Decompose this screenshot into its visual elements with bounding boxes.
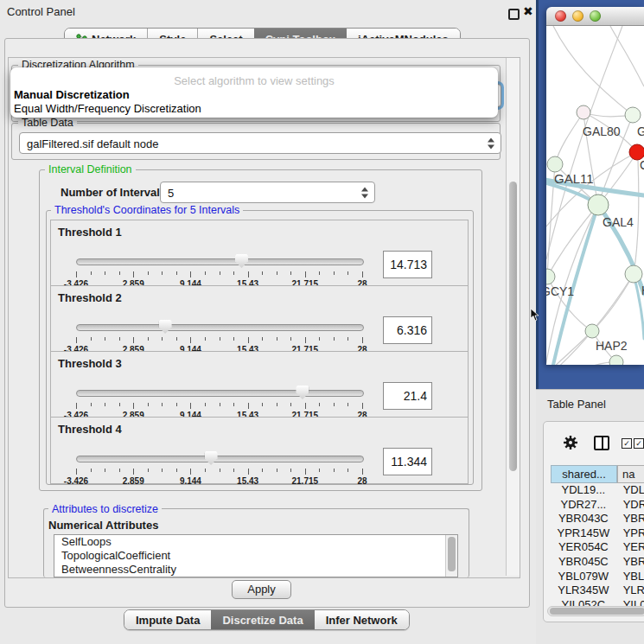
tick-mark bbox=[248, 403, 249, 409]
table-row[interactable]: YDR27...YDR2 bbox=[551, 498, 644, 513]
table-row[interactable]: YER054CYER0 bbox=[551, 540, 644, 555]
checkbox-icon[interactable]: ✓ bbox=[634, 438, 644, 449]
tick-mark bbox=[348, 337, 348, 341]
apply-button[interactable]: Apply bbox=[232, 580, 291, 599]
axis-tick-label: 21.715 bbox=[292, 476, 319, 486]
scrollbar-thumb[interactable] bbox=[448, 537, 456, 571]
axis-tick-label: -3.426 bbox=[64, 476, 88, 486]
gear-icon[interactable] bbox=[563, 435, 578, 450]
table-row[interactable]: YIL052CYIL0 bbox=[551, 598, 644, 606]
content-scrollbar[interactable] bbox=[506, 58, 520, 576]
table-body: YDL19...YDL1YDR27...YDR2YBR043CYBR0YPR14… bbox=[551, 483, 644, 606]
threshold-value-input[interactable] bbox=[383, 251, 432, 278]
popup-option-manual[interactable]: Manual Discretization bbox=[14, 88, 130, 101]
network-node[interactable] bbox=[609, 355, 623, 365]
tick-mark bbox=[162, 403, 163, 406]
table-row[interactable]: YPR145WYPR1 bbox=[551, 526, 644, 541]
attributes-group-label: Attributes to discretize bbox=[48, 503, 162, 515]
tick-mark bbox=[290, 403, 291, 406]
table-cell: YBL0 bbox=[616, 570, 644, 584]
table-cell: YBR045C bbox=[551, 555, 616, 570]
network-node-pink[interactable] bbox=[577, 105, 590, 119]
list-scrollbar[interactable] bbox=[445, 535, 457, 577]
slider-track[interactable] bbox=[76, 456, 364, 462]
tick-mark bbox=[233, 337, 234, 341]
tick-mark bbox=[148, 403, 149, 406]
number-of-intervals-combobox[interactable]: 5 bbox=[160, 182, 375, 203]
network-node-gal11[interactable] bbox=[547, 156, 563, 172]
tab-impute-data[interactable]: Impute Data bbox=[124, 610, 211, 629]
network-node-hap2[interactable] bbox=[585, 324, 599, 338]
tick-mark bbox=[319, 271, 320, 275]
network-node[interactable] bbox=[625, 265, 642, 283]
table-row[interactable]: YBR043CYBR0 bbox=[551, 512, 644, 526]
table-row[interactable]: YLR345WYLR3 bbox=[551, 583, 644, 598]
table-data-combobox[interactable]: galFiltered.sif default node bbox=[19, 132, 501, 154]
tick-mark bbox=[119, 337, 120, 341]
threshold-value-input[interactable] bbox=[383, 448, 432, 475]
scrollbar-thumb[interactable] bbox=[509, 182, 517, 471]
traffic-light-minimize-icon[interactable] bbox=[572, 10, 583, 22]
split-view-icon[interactable] bbox=[594, 436, 609, 450]
scrollbar-thumb[interactable] bbox=[550, 608, 644, 615]
table-cell: YLR345W bbox=[551, 583, 616, 598]
table-row[interactable]: YBR045CYBR0 bbox=[551, 555, 644, 570]
slider-thumb[interactable] bbox=[205, 451, 218, 465]
popup-option-equal-width[interactable]: Equal Width/Frequency Discretization bbox=[14, 102, 201, 115]
tick-mark bbox=[362, 271, 363, 277]
threshold-value-input[interactable] bbox=[383, 382, 432, 410]
tick-mark bbox=[91, 469, 92, 472]
list-item[interactable]: SelfLoops bbox=[54, 535, 457, 549]
numerical-attributes-list[interactable]: SelfLoopsTopologicalCoefficientBetweenne… bbox=[54, 534, 458, 577]
slider: -3.4262.8599.14415.4321.71528 bbox=[76, 450, 362, 481]
network-node-gal4[interactable] bbox=[588, 194, 609, 215]
slider: -3.4262.8599.14415.4321.71528 bbox=[76, 253, 362, 284]
tab-label: Infer Network bbox=[326, 611, 398, 629]
tick-mark bbox=[334, 469, 335, 472]
tick-mark bbox=[220, 469, 220, 472]
tick-mark bbox=[162, 469, 163, 472]
combo-spinner-icon[interactable] bbox=[361, 187, 368, 198]
horizontal-scrollbar[interactable] bbox=[547, 606, 644, 616]
slider-thumb[interactable] bbox=[296, 386, 309, 399]
tick-mark bbox=[105, 403, 105, 406]
slider-track[interactable] bbox=[76, 390, 364, 397]
network-canvas[interactable]: GAL80 GA C GAL11 GAL4 GCY1 H HAP2 bbox=[546, 26, 644, 365]
tab-discretize-data[interactable]: Discretize Data bbox=[211, 610, 314, 629]
slider-track[interactable] bbox=[76, 258, 364, 265]
tab-infer-network[interactable]: Infer Network bbox=[315, 610, 409, 629]
list-item[interactable]: TopologicalCoefficient bbox=[54, 549, 457, 563]
axis-tick-label: 15.43 bbox=[237, 476, 258, 486]
float-window-button[interactable] bbox=[508, 9, 520, 20]
threshold-label: Threshold 1 bbox=[58, 226, 122, 239]
column-header-name[interactable]: na bbox=[617, 465, 644, 483]
table-row[interactable]: YBL079WYBL0 bbox=[551, 570, 644, 584]
traffic-light-zoom-icon[interactable] bbox=[590, 10, 601, 22]
bottom-tab-bar: Impute Data Discretize Data Infer Networ… bbox=[124, 609, 410, 630]
panel-title: Control Panel bbox=[7, 5, 75, 18]
slider-track[interactable] bbox=[76, 324, 364, 331]
traffic-light-close-icon[interactable] bbox=[555, 10, 566, 22]
table-cell: YPR1 bbox=[616, 526, 644, 541]
table-row[interactable]: YDL19...YDL1 bbox=[551, 483, 644, 498]
tick-mark bbox=[76, 469, 77, 475]
slider: -3.4262.8599.14415.4321.71528 bbox=[76, 319, 362, 350]
list-item[interactable]: BetweennessCentrality bbox=[54, 563, 457, 577]
combo-spinner-icon[interactable] bbox=[488, 137, 494, 149]
window-titlebar[interactable] bbox=[546, 7, 644, 26]
tick-mark bbox=[133, 337, 134, 343]
tick-mark bbox=[205, 337, 206, 341]
tick-row bbox=[76, 337, 362, 344]
tick-mark bbox=[277, 271, 277, 275]
close-icon[interactable]: ✖ bbox=[523, 4, 533, 18]
network-node-gcy1[interactable] bbox=[546, 269, 555, 284]
checkbox-icon[interactable]: ✓ bbox=[622, 438, 632, 449]
tick-mark bbox=[91, 403, 92, 406]
column-header-shared[interactable]: shared... bbox=[551, 465, 617, 483]
threshold-label: Threshold 2 bbox=[58, 291, 122, 304]
slider-thumb[interactable] bbox=[235, 254, 248, 268]
slider-thumb[interactable] bbox=[159, 320, 172, 334]
network-node[interactable] bbox=[625, 107, 641, 123]
mouse-cursor bbox=[530, 309, 539, 322]
threshold-value-input[interactable] bbox=[383, 316, 432, 344]
